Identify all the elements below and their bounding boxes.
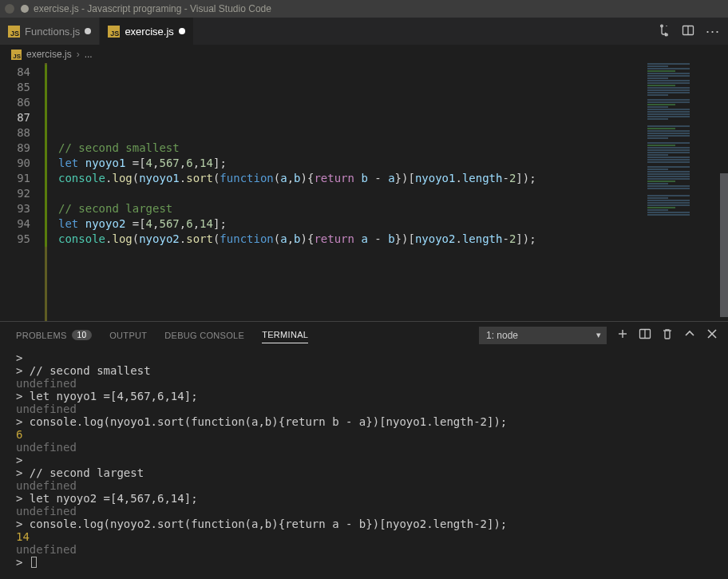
code-line[interactable]: console.log(nyoyo1.sort(function(a,b){re… <box>45 171 728 186</box>
terminal-cursor <box>31 557 37 568</box>
terminal-line: > console.log(nyoyo2.sort(function(a,b){… <box>16 518 712 530</box>
terminal-line: undefined <box>16 543 712 556</box>
js-file-icon: JS <box>11 50 22 60</box>
code-content[interactable]: // second smallestlet nyoyo1 =[4,567,6,1… <box>45 63 728 321</box>
new-terminal-icon[interactable] <box>616 327 629 343</box>
terminal-line: > <box>16 454 712 466</box>
editor-tabs: JS Functions.js JS exercise.js ··· <box>0 18 728 46</box>
tab-actions: ··· <box>658 18 728 45</box>
modified-dot-icon <box>85 28 91 34</box>
code-line[interactable] <box>45 186 728 201</box>
kill-terminal-icon[interactable] <box>661 327 674 343</box>
js-file-icon: JS <box>108 26 120 38</box>
terminal-line: 6 <box>16 428 712 441</box>
terminal-output[interactable]: > > // second smallestundefined> let nyo… <box>0 348 728 579</box>
breadcrumb-more: ... <box>85 49 93 60</box>
split-terminal-icon[interactable] <box>639 327 651 343</box>
code-line[interactable]: // second largest <box>45 201 728 216</box>
window-modified-dot-icon <box>21 5 29 13</box>
line-number: 87 <box>0 110 45 125</box>
line-number: 93 <box>0 201 45 216</box>
terminal-line: undefined <box>16 377 712 390</box>
terminal-line: > let nyoyo1 =[4,567,6,14]; <box>16 390 712 403</box>
code-line[interactable] <box>45 80 728 95</box>
terminal-line: undefined <box>16 479 712 492</box>
line-number: 84 <box>0 65 45 80</box>
panel-tabs: PROBLEMS 10 OUTPUT DEBUG CONSOLE TERMINA… <box>0 322 728 348</box>
code-editor[interactable]: 848586878889909192939495 // second small… <box>0 63 728 321</box>
terminal-line: > console.log(nyoyo1.sort(function(a,b){… <box>16 415 712 428</box>
chevron-right-icon: › <box>77 49 80 60</box>
code-line[interactable]: console.log(nyoyo2.sort(function(a,b){re… <box>45 232 728 247</box>
line-number: 92 <box>0 186 45 201</box>
tab-label: exercise.js <box>125 26 173 38</box>
split-editor-icon[interactable] <box>682 24 694 39</box>
tab-exercise-js[interactable]: JS exercise.js <box>100 18 193 45</box>
terminal-line: undefined <box>16 403 712 415</box>
close-panel-icon[interactable] <box>706 327 718 343</box>
line-number: 85 <box>0 80 45 95</box>
maximize-panel-icon[interactable] <box>683 327 696 343</box>
code-line[interactable] <box>45 95 728 110</box>
editor-scrollbar[interactable] <box>720 63 728 321</box>
line-number: 90 <box>0 156 45 171</box>
terminal-prompt[interactable]: > <box>16 556 712 569</box>
bottom-panel: PROBLEMS 10 OUTPUT DEBUG CONSOLE TERMINA… <box>0 321 728 579</box>
js-file-icon: JS <box>8 26 20 38</box>
code-line[interactable] <box>45 125 728 141</box>
panel-tab-label: TERMINAL <box>262 330 308 339</box>
terminal-line: > // second largest <box>16 466 712 479</box>
line-number: 91 <box>0 171 45 186</box>
terminal-line: > <box>16 351 712 364</box>
code-line[interactable]: let nyoyo2 =[4,567,6,14]; <box>45 216 728 232</box>
panel-tab-terminal[interactable]: TERMINAL <box>262 330 308 343</box>
breadcrumb-file: exercise.js <box>26 49 72 60</box>
panel-tab-label: PROBLEMS <box>16 331 67 340</box>
panel-tab-debug-console[interactable]: DEBUG CONSOLE <box>164 331 244 340</box>
code-line[interactable]: let nyoyo1 =[4,567,6,14]; <box>45 156 728 171</box>
code-line[interactable] <box>45 110 728 125</box>
terminal-line: 14 <box>16 530 712 543</box>
breadcrumb[interactable]: JS exercise.js › ... <box>0 46 728 63</box>
terminal-line: undefined <box>16 441 712 454</box>
line-number: 88 <box>0 125 45 141</box>
terminal-line: > // second smallest <box>16 364 712 377</box>
line-number-gutter: 848586878889909192939495 <box>0 63 45 321</box>
modified-dot-icon <box>179 28 185 34</box>
dropdown-value: 1: node <box>486 330 518 341</box>
problems-count-badge: 10 <box>72 330 93 340</box>
line-number: 95 <box>0 232 45 247</box>
panel-tab-output[interactable]: OUTPUT <box>109 331 147 340</box>
tab-label: Functions.js <box>25 26 80 38</box>
panel-actions: 1: node <box>479 327 718 344</box>
code-line[interactable] <box>45 65 728 80</box>
window-title: exercise.js - Javascript programing - Vi… <box>34 3 271 14</box>
tab-functions-js[interactable]: JS Functions.js <box>0 18 100 45</box>
window-titlebar: exercise.js - Javascript programing - Vi… <box>0 0 728 18</box>
window-close-icon[interactable] <box>5 4 14 14</box>
panel-tab-label: DEBUG CONSOLE <box>164 331 244 340</box>
code-line[interactable]: // second smallest <box>45 141 728 156</box>
terminal-line: undefined <box>16 505 712 518</box>
line-number: 94 <box>0 216 45 232</box>
more-actions-icon[interactable]: ··· <box>706 25 720 38</box>
minimap[interactable] <box>646 63 719 321</box>
compare-changes-icon[interactable] <box>658 24 671 39</box>
line-number: 89 <box>0 141 45 156</box>
terminal-line: > let nyoyo2 =[4,567,6,14]; <box>16 492 712 505</box>
scrollbar-thumb[interactable] <box>720 173 728 317</box>
line-number: 86 <box>0 95 45 110</box>
panel-tab-label: OUTPUT <box>109 331 147 340</box>
terminal-selector-dropdown[interactable]: 1: node <box>479 327 607 344</box>
panel-tab-problems[interactable]: PROBLEMS 10 <box>16 330 92 340</box>
